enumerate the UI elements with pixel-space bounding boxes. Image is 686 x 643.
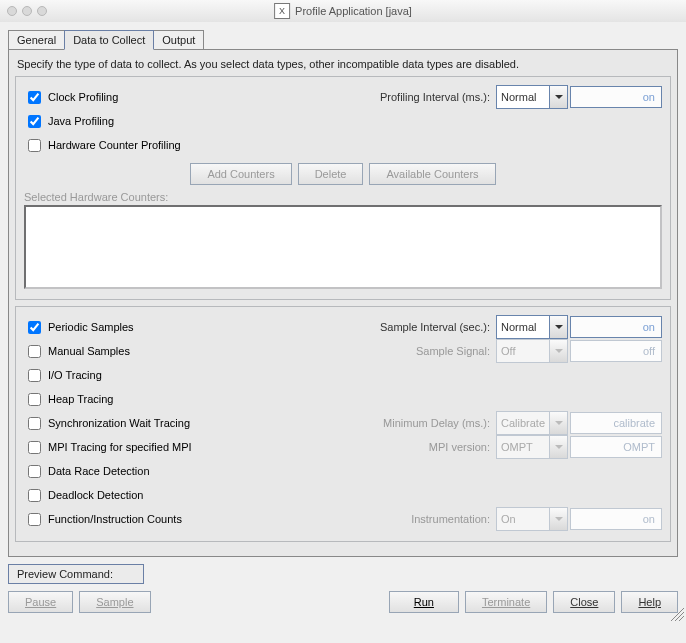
- func-instr-counts-checkbox[interactable]: [28, 513, 41, 526]
- sync-wait-tracing-label: Synchronization Wait Tracing: [48, 417, 190, 429]
- tab-output[interactable]: Output: [153, 30, 204, 50]
- data-race-checkbox[interactable]: [28, 465, 41, 478]
- section-profiling: Clock Profiling Profiling Interval (ms.)…: [15, 76, 671, 300]
- io-tracing-checkbox[interactable]: [28, 369, 41, 382]
- close-button[interactable]: Close: [553, 591, 615, 613]
- sync-wait-tracing-option[interactable]: Synchronization Wait Tracing: [24, 414, 219, 433]
- hardware-counter-label: Hardware Counter Profiling: [48, 139, 181, 151]
- add-counters-button[interactable]: Add Counters: [190, 163, 291, 185]
- dropdown-icon: [549, 412, 567, 434]
- manual-samples-checkbox[interactable]: [28, 345, 41, 358]
- heap-tracing-label: Heap Tracing: [48, 393, 113, 405]
- periodic-samples-option[interactable]: Periodic Samples: [24, 318, 219, 337]
- instrumentation-value: On: [497, 513, 549, 525]
- profiling-interval-label: Profiling Interval (ms.):: [380, 91, 494, 103]
- clock-profiling-checkbox[interactable]: [28, 91, 41, 104]
- min-delay-input: calibrate: [570, 412, 662, 434]
- mpi-version-input: OMPT: [570, 436, 662, 458]
- dropdown-icon[interactable]: [549, 86, 567, 108]
- mpi-version-value: OMPT: [497, 441, 549, 453]
- min-delay-select: Calibrate: [496, 411, 568, 435]
- data-race-option[interactable]: Data Race Detection: [24, 462, 219, 481]
- mpi-version-select: OMPT: [496, 435, 568, 459]
- pause-button[interactable]: Pause: [8, 591, 73, 613]
- window-title: X Profile Application [java]: [274, 3, 412, 19]
- java-profiling-option[interactable]: Java Profiling: [24, 112, 219, 131]
- window-title-text: Profile Application [java]: [295, 5, 412, 17]
- panel-content: Specify the type of data to collect. As …: [8, 49, 678, 557]
- delete-counter-button[interactable]: Delete: [298, 163, 364, 185]
- title-bar: X Profile Application [java]: [0, 0, 686, 22]
- preview-command-section: Preview Command:: [8, 564, 678, 584]
- tab-general[interactable]: General: [8, 30, 65, 50]
- io-tracing-option[interactable]: I/O Tracing: [24, 366, 219, 385]
- java-profiling-checkbox[interactable]: [28, 115, 41, 128]
- profiling-interval-select[interactable]: Normal: [496, 85, 568, 109]
- minimize-window-button[interactable]: [22, 6, 32, 16]
- sample-signal-label: Sample Signal:: [416, 345, 494, 357]
- preview-command-tab[interactable]: Preview Command:: [8, 564, 144, 584]
- min-delay-value: Calibrate: [497, 417, 549, 429]
- sample-interval-input[interactable]: on: [570, 316, 662, 338]
- dropdown-icon: [549, 340, 567, 362]
- app-icon: X: [274, 3, 290, 19]
- dropdown-icon: [549, 436, 567, 458]
- instruction-text: Specify the type of data to collect. As …: [15, 56, 671, 76]
- resize-grip[interactable]: [670, 607, 684, 621]
- sample-signal-value: Off: [497, 345, 549, 357]
- tab-bar: General Data to Collect Output: [0, 22, 686, 50]
- hardware-counter-option[interactable]: Hardware Counter Profiling: [24, 136, 181, 155]
- close-window-button[interactable]: [7, 6, 17, 16]
- clock-profiling-label: Clock Profiling: [48, 91, 118, 103]
- run-button[interactable]: Run: [389, 591, 459, 613]
- profiling-interval-input[interactable]: on: [570, 86, 662, 108]
- dropdown-icon: [549, 508, 567, 530]
- sample-interval-label: Sample Interval (sec.):: [380, 321, 494, 333]
- sample-signal-select: Off: [496, 339, 568, 363]
- manual-samples-option[interactable]: Manual Samples: [24, 342, 219, 361]
- data-race-label: Data Race Detection: [48, 465, 150, 477]
- manual-samples-label: Manual Samples: [48, 345, 130, 357]
- heap-tracing-option[interactable]: Heap Tracing: [24, 390, 219, 409]
- zoom-window-button[interactable]: [37, 6, 47, 16]
- bottom-button-bar: Pause Sample Run Terminate Close Help: [0, 587, 686, 623]
- min-delay-label: Minimum Delay (ms.):: [383, 417, 494, 429]
- selected-hw-counters-label: Selected Hardware Counters:: [24, 191, 662, 205]
- heap-tracing-checkbox[interactable]: [28, 393, 41, 406]
- deadlock-checkbox[interactable]: [28, 489, 41, 502]
- periodic-samples-label: Periodic Samples: [48, 321, 134, 333]
- terminate-button[interactable]: Terminate: [465, 591, 547, 613]
- available-counters-button[interactable]: Available Counters: [369, 163, 495, 185]
- mpi-tracing-label: MPI Tracing for specified MPI: [48, 441, 192, 453]
- sample-interval-select[interactable]: Normal: [496, 315, 568, 339]
- deadlock-label: Deadlock Detection: [48, 489, 143, 501]
- io-tracing-label: I/O Tracing: [48, 369, 102, 381]
- java-profiling-label: Java Profiling: [48, 115, 114, 127]
- sample-button[interactable]: Sample: [79, 591, 150, 613]
- tab-data-to-collect[interactable]: Data to Collect: [64, 30, 154, 50]
- window-controls: [7, 6, 47, 16]
- clock-profiling-option[interactable]: Clock Profiling: [24, 88, 219, 107]
- instrumentation-label: Instrumentation:: [411, 513, 494, 525]
- instrumentation-input: on: [570, 508, 662, 530]
- mpi-tracing-option[interactable]: MPI Tracing for specified MPI: [24, 438, 219, 457]
- dropdown-icon[interactable]: [549, 316, 567, 338]
- selected-hw-counters-list[interactable]: [24, 205, 662, 289]
- func-instr-counts-label: Function/Instruction Counts: [48, 513, 182, 525]
- section-samples: Periodic Samples Sample Interval (sec.):…: [15, 306, 671, 542]
- instrumentation-select: On: [496, 507, 568, 531]
- deadlock-option[interactable]: Deadlock Detection: [24, 486, 219, 505]
- func-instr-counts-option[interactable]: Function/Instruction Counts: [24, 510, 219, 529]
- sync-wait-tracing-checkbox[interactable]: [28, 417, 41, 430]
- sample-interval-value: Normal: [497, 321, 549, 333]
- sample-signal-input: off: [570, 340, 662, 362]
- mpi-version-label: MPI version:: [429, 441, 494, 453]
- hardware-counter-checkbox[interactable]: [28, 139, 41, 152]
- mpi-tracing-checkbox[interactable]: [28, 441, 41, 454]
- periodic-samples-checkbox[interactable]: [28, 321, 41, 334]
- profiling-interval-value: Normal: [497, 91, 549, 103]
